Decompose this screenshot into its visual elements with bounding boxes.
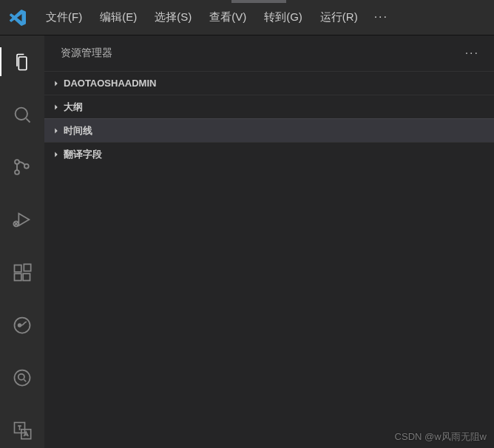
section-outline[interactable]: 大纲 [44, 95, 494, 118]
svg-rect-7 [23, 274, 30, 280]
section-project[interactable]: DAOTAOSHAADMIN [44, 71, 494, 95]
menu-run[interactable]: 运行(R) [311, 4, 367, 30]
svg-point-2 [15, 170, 19, 174]
activity-run-debug[interactable] [4, 203, 40, 237]
svg-point-11 [15, 370, 30, 386]
activity-git-graph[interactable] [4, 308, 40, 342]
activity-search[interactable] [4, 97, 40, 132]
chevron-right-icon [49, 102, 64, 112]
section-timeline[interactable]: 时间线 [44, 118, 494, 142]
tab-highlight-indicator [231, 0, 286, 3]
sidebar-header: 资源管理器 ··· [44, 35, 494, 71]
svg-point-10 [18, 324, 21, 327]
activity-translate[interactable] [4, 413, 40, 448]
svg-point-1 [15, 160, 19, 164]
section-outline-label: 大纲 [64, 101, 83, 114]
main-container: 资源管理器 ··· DAOTAOSHAADMIN 大纲 时间线 翻译字段 [0, 35, 494, 448]
menu-file[interactable]: 文件(F) [37, 4, 91, 30]
activity-search-extended[interactable] [4, 361, 40, 396]
activity-source-control[interactable] [4, 150, 40, 185]
chevron-right-icon [49, 78, 64, 89]
svg-rect-6 [15, 274, 21, 280]
svg-rect-5 [15, 265, 21, 271]
menu-edit[interactable]: 编辑(E) [91, 4, 146, 30]
watermark-text: CSDN @w风雨无阻w [395, 430, 487, 444]
vscode-logo-icon [6, 6, 30, 30]
menu-go[interactable]: 转到(G) [255, 4, 311, 30]
chevron-right-icon [49, 126, 64, 136]
menu-selection[interactable]: 选择(S) [146, 4, 200, 30]
activity-extensions[interactable] [4, 255, 40, 290]
section-translate-label: 翻译字段 [64, 148, 102, 161]
menu-view[interactable]: 查看(V) [200, 4, 255, 30]
activity-bar [0, 35, 44, 448]
section-project-label: DAOTAOSHAADMIN [64, 78, 156, 89]
svg-point-0 [16, 108, 27, 120]
sidebar-title: 资源管理器 [61, 47, 112, 60]
more-actions-icon[interactable]: ··· [465, 47, 479, 60]
menu-bar: 文件(F) 编辑(E) 选择(S) 查看(V) 转到(G) 运行(R) ··· [37, 4, 396, 30]
svg-point-12 [18, 374, 24, 380]
activity-explorer[interactable] [4, 44, 40, 79]
menu-overflow-icon[interactable]: ··· [367, 4, 396, 30]
svg-point-3 [24, 164, 29, 169]
chevron-right-icon [49, 149, 64, 160]
title-bar: 文件(F) 编辑(E) 选择(S) 查看(V) 转到(G) 运行(R) ··· [0, 0, 494, 35]
sidebar-explorer: 资源管理器 ··· DAOTAOSHAADMIN 大纲 时间线 翻译字段 [44, 35, 494, 448]
section-timeline-label: 时间线 [64, 124, 92, 138]
section-translate[interactable]: 翻译字段 [44, 142, 494, 166]
svg-rect-8 [24, 264, 30, 271]
